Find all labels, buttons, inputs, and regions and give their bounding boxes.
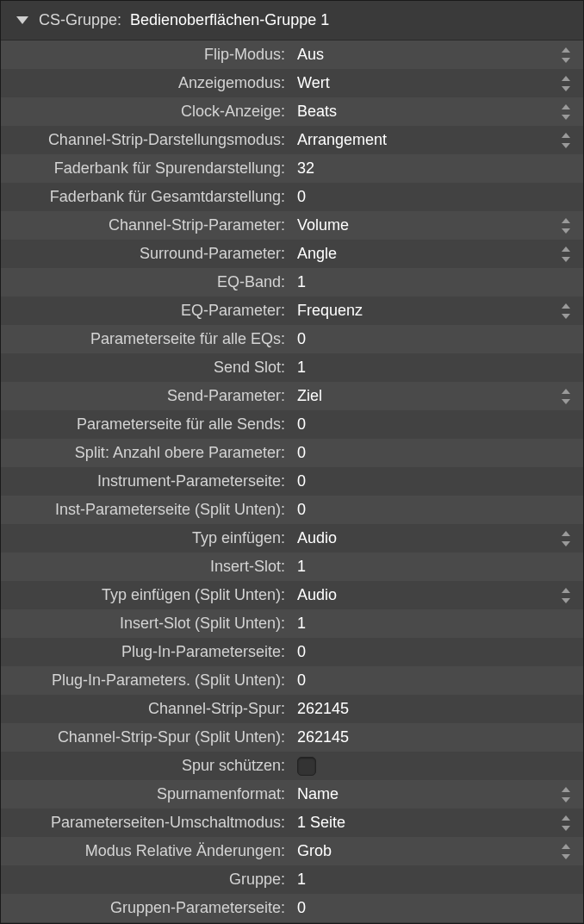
parameter-row: Modus Relative Änderungen:Grob [1, 837, 583, 865]
dropdown-stepper-icon[interactable] [561, 815, 571, 831]
parameter-row: Channel-Strip-Parameter:Volume [1, 211, 583, 240]
value-text: 1 [297, 871, 306, 889]
parameter-value[interactable]: 1 [290, 553, 583, 581]
parameter-value[interactable]: 0 [290, 467, 583, 496]
value-text: Name [297, 785, 339, 803]
parameter-label: Gruppen-Parameterseite: [1, 899, 290, 917]
parameter-value[interactable]: 0 [290, 894, 583, 922]
section-header[interactable]: CS-Gruppe: Bedienoberflächen-Gruppe 1 [1, 1, 583, 41]
value-text: 1 [297, 558, 306, 576]
parameter-row: Plug-In-Parameters. (Split Unten):0 [1, 666, 583, 695]
parameter-value[interactable]: 1 [290, 609, 583, 638]
parameter-value[interactable]: Audio [290, 581, 583, 609]
parameter-value[interactable]: Volume [290, 211, 583, 240]
parameter-value[interactable]: Name [290, 780, 583, 808]
value-text: Volume [297, 216, 349, 234]
parameter-label: Surround-Parameter: [1, 245, 290, 263]
parameter-row: Surround-Parameter:Angle [1, 240, 583, 268]
parameter-label: EQ-Band: [1, 273, 290, 291]
dropdown-stepper-icon[interactable] [561, 104, 571, 120]
parameter-value[interactable]: 1 Seite [290, 808, 583, 837]
parameter-value[interactable]: 0 [290, 325, 583, 353]
parameter-label: Plug-In-Parameterseite: [1, 643, 290, 661]
header-label: CS-Gruppe: [39, 11, 121, 29]
dropdown-stepper-icon[interactable] [561, 844, 571, 859]
parameter-value[interactable]: 0 [290, 439, 583, 467]
parameter-value[interactable]: 1 [290, 268, 583, 297]
parameter-value[interactable]: 32 [290, 154, 583, 183]
value-text: 1 [297, 359, 306, 377]
dropdown-stepper-icon[interactable] [561, 531, 571, 546]
parameter-label: Send Slot: [1, 359, 290, 377]
parameter-value[interactable]: 262145 [290, 723, 583, 752]
parameter-label: Channel-Strip-Parameter: [1, 216, 290, 234]
parameter-value[interactable]: Angle [290, 240, 583, 268]
value-text: 0 [297, 899, 306, 917]
value-text: 1 [297, 273, 306, 291]
dropdown-stepper-icon[interactable] [561, 133, 571, 148]
parameter-row: Anzeigemodus:Wert [1, 69, 583, 97]
dropdown-stepper-icon[interactable] [561, 303, 571, 319]
parameter-value[interactable]: 0 [290, 638, 583, 666]
parameter-value[interactable]: 1 [290, 865, 583, 894]
dropdown-stepper-icon[interactable] [561, 76, 571, 91]
parameter-label: Anzeigemodus: [1, 74, 290, 92]
parameter-value[interactable]: 0 [290, 496, 583, 524]
dropdown-stepper-icon[interactable] [561, 389, 571, 404]
header-value: Bedienoberflächen-Gruppe 1 [130, 11, 329, 29]
inspector-panel: CS-Gruppe: Bedienoberflächen-Gruppe 1 Fl… [0, 0, 584, 924]
parameter-value[interactable]: Wert [290, 69, 583, 97]
parameter-label: Plug-In-Parameters. (Split Unten): [1, 671, 290, 690]
parameter-value[interactable]: 1 [290, 353, 583, 382]
parameter-value[interactable]: Beats [290, 97, 583, 126]
parameter-label: EQ-Parameter: [1, 302, 290, 320]
parameter-value[interactable]: Aus [290, 41, 583, 69]
parameter-row: Inst-Parameterseite (Split Unten):0 [1, 496, 583, 524]
parameter-row: Channel-Strip-Spur:262145 [1, 695, 583, 723]
value-text: 262145 [297, 728, 349, 746]
dropdown-stepper-icon[interactable] [561, 47, 571, 63]
parameter-row: Faderbank für Gesamtdarstellung:0 [1, 183, 583, 211]
parameter-label: Modus Relative Änderungen: [1, 842, 290, 860]
parameter-label: Gruppe: [1, 871, 290, 889]
parameter-value[interactable]: 0 [290, 666, 583, 695]
parameter-label: Channel-Strip-Darstellungsmodus: [1, 131, 290, 149]
dropdown-stepper-icon[interactable] [561, 588, 571, 603]
dropdown-stepper-icon[interactable] [561, 247, 571, 262]
value-text: 0 [297, 415, 306, 434]
dropdown-stepper-icon[interactable] [561, 218, 571, 234]
parameter-value[interactable]: 0 [290, 183, 583, 211]
parameter-label: Faderbank für Spurendarstellung: [1, 159, 290, 178]
value-text: Frequenz [297, 302, 363, 320]
parameter-value[interactable]: Frequenz [290, 297, 583, 325]
parameter-value[interactable]: Ziel [290, 382, 583, 410]
parameter-value[interactable]: 262145 [290, 695, 583, 723]
dropdown-stepper-icon[interactable] [561, 787, 571, 802]
parameter-label: Instrument-Parameterseite: [1, 472, 290, 490]
parameter-label: Send-Parameter: [1, 387, 290, 405]
parameter-row: Parameterseite für alle EQs:0 [1, 325, 583, 353]
parameter-value[interactable]: Arrangement [290, 126, 583, 154]
parameter-list: Flip-Modus:AusAnzeigemodus:WertClock-Anz… [1, 41, 583, 922]
parameter-row: Send-Parameter:Ziel [1, 382, 583, 410]
checkbox[interactable] [297, 757, 316, 776]
parameter-value[interactable]: Audio [290, 524, 583, 553]
parameter-value[interactable]: Grob [290, 837, 583, 865]
parameter-label: Faderbank für Gesamtdarstellung: [1, 188, 290, 206]
parameter-row: Send Slot:1 [1, 353, 583, 382]
value-text: 0 [297, 472, 306, 490]
value-text: Grob [297, 842, 332, 860]
parameter-label: Split: Anzahl obere Parameter: [1, 444, 290, 462]
disclosure-triangle-icon[interactable] [16, 16, 28, 24]
parameter-label: Channel-Strip-Spur (Split Unten): [1, 728, 290, 746]
parameter-row: Typ einfügen (Split Unten):Audio [1, 581, 583, 609]
parameter-value[interactable]: 0 [290, 410, 583, 439]
parameter-row: Insert-Slot (Split Unten):1 [1, 609, 583, 638]
parameter-row: Channel-Strip-Darstellungsmodus:Arrangem… [1, 126, 583, 154]
value-text: Beats [297, 103, 337, 121]
value-text: Arrangement [297, 131, 387, 149]
parameter-row: Parameterseite für alle Sends:0 [1, 410, 583, 439]
parameter-row: Typ einfügen:Audio [1, 524, 583, 553]
parameter-value[interactable] [290, 752, 583, 780]
value-text: 0 [297, 188, 306, 206]
